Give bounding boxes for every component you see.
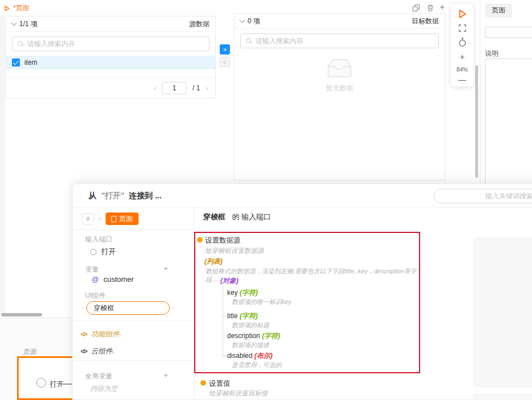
vertical-scrollbar[interactable] [475, 65, 478, 178]
field-description: description [227, 332, 260, 340]
dialog-title: 从 "打开" 连接到 ... [89, 191, 162, 201]
dialog-title-prefix: 从 [89, 191, 97, 200]
page-number-input[interactable] [162, 82, 187, 94]
inspector-name-input[interactable] [485, 27, 532, 38]
run-icon[interactable] [458, 9, 467, 19]
flow-node-label: 打开 [50, 380, 64, 389]
field-desc: 数据项的描述 [232, 341, 269, 349]
zoom-out-icon[interactable]: — [458, 78, 466, 81]
code-icon: </> [81, 348, 87, 355]
target-tag: 目标数据 [412, 16, 439, 26]
child-type-object: (对象) [220, 276, 238, 286]
horizontal-scrollbar[interactable] [1, 313, 42, 316]
source-search[interactable] [12, 36, 210, 51]
empty-text: 暂无数据 [326, 84, 353, 93]
inspector-desc-label: 说明 [485, 49, 499, 59]
port-dot-icon [197, 237, 203, 243]
connect-dialog: 从 "打开" 连接到 ... # > 页面 输入端口 打开 变量 + @ cus… [72, 184, 532, 400]
page-next-icon[interactable]: › [206, 84, 208, 92]
chevron-down-icon[interactable] [240, 18, 245, 23]
field-key: key [227, 289, 238, 297]
field-name: disabled (布尔) [227, 351, 273, 361]
copy-icon[interactable] [412, 4, 420, 12]
heading-rest: 的 输入端口 [232, 213, 271, 221]
port-set-value-desc: 给穿梭框设置目标值 [209, 389, 268, 398]
source-count: 1/1 项 [19, 19, 37, 29]
flow-canvas-label: 页面 [23, 347, 36, 357]
sidebar-divider [73, 320, 194, 321]
dialog-content: 穿梭框 的 输入端口 设置数据源 给穿梭框设置数据源 (列表) 数组格式的数据源… [194, 207, 532, 400]
breadcrumb-page-label: 页面 [119, 214, 133, 224]
sidebar-item-function-components[interactable]: </> 功能组件. [81, 330, 122, 339]
document-icon [111, 216, 116, 222]
source-tag: 源数据 [189, 19, 210, 29]
trash-icon[interactable] [426, 4, 434, 12]
add-node-icon[interactable]: + [439, 2, 445, 13]
tree-vertical-line [223, 286, 223, 357]
field-disabled: disabled [227, 352, 253, 360]
port-set-value[interactable]: 设置值 [209, 379, 231, 389]
code-icon: </> [81, 331, 87, 338]
move-to-source-button[interactable]: < [220, 57, 230, 67]
move-to-target-button[interactable]: > [220, 44, 230, 55]
fullscreen-icon[interactable] [458, 24, 467, 32]
field-title: title [227, 312, 238, 320]
sidebar-item-open-port[interactable]: 打开 [90, 247, 116, 257]
variables-label: 变量 [85, 265, 99, 274]
play-icon [3, 5, 10, 12]
transfer-source-panel: 1/1 项 源数据 item ‹ / 1 › [6, 16, 216, 98]
page-total: / 1 [192, 84, 200, 92]
page-tab-label: *页面 [13, 3, 30, 13]
target-search-input[interactable] [255, 37, 434, 45]
mouse-icon[interactable] [458, 38, 467, 47]
breadcrumb-root[interactable]: # [82, 213, 94, 224]
search-icon [17, 40, 24, 47]
selected-ui-component[interactable]: 穿梭框 [86, 301, 170, 315]
sidebar-item-cloud-components[interactable]: </> 云组件. [81, 347, 114, 356]
dialog-title-quoted: "打开" [101, 191, 124, 200]
field-title-type: (字符) [240, 312, 258, 320]
port-set-datasource[interactable]: 设置数据源 给穿梭框设置数据源 (列表) 数组格式的数据源，渲染到左侧,需要包含… [194, 232, 420, 373]
empty-inbox-icon [326, 59, 353, 78]
zoom-in-icon[interactable]: + [460, 52, 464, 61]
dialog-keyword-search-input[interactable] [434, 189, 532, 203]
field-name: key (字符) [227, 288, 258, 298]
flow-port-circle[interactable] [36, 378, 46, 388]
source-pagination: ‹ / 1 › [6, 77, 215, 98]
chevron-down-icon[interactable] [11, 20, 17, 26]
target-search[interactable] [240, 34, 439, 48]
dialog-title-suffix: 连接到 ... [129, 191, 162, 200]
sidebar-item-customer[interactable]: @ customer [91, 275, 134, 284]
field-desc: 数据项的唯一标识key [232, 298, 291, 306]
cloud-components-label: 云组件. [91, 347, 114, 356]
target-panel-header: 0 项 目标数据 [234, 14, 445, 29]
ui-components-label: UI组件 [85, 291, 106, 301]
page-prev-icon[interactable]: ‹ [153, 84, 156, 92]
transfer-target-panel: 0 项 目标数据 暂无数据 [234, 13, 445, 181]
at-icon: @ [91, 275, 99, 284]
page-tab[interactable]: *页面 [3, 3, 30, 13]
dialog-sidebar: # > 页面 输入端口 打开 变量 + @ customer UI组件 穿梭框 … [73, 207, 194, 400]
add-global-variable-button[interactable]: + [161, 371, 170, 380]
port-circle-icon [90, 249, 97, 255]
field-name: description (字符) [227, 331, 280, 341]
tree-elbow-line [211, 274, 219, 281]
source-search-input[interactable] [27, 40, 204, 48]
source-item-row[interactable]: item [6, 56, 215, 69]
function-components-label: 功能组件. [91, 330, 121, 339]
clipped-port-card [473, 393, 532, 400]
port-name: 设置数据源 [205, 236, 241, 245]
field-key-type: (字符) [240, 289, 258, 297]
field-desc: 是否禁用，可选的 [232, 361, 282, 369]
add-variable-button[interactable]: + [161, 264, 170, 273]
target-count: 0 项 [248, 16, 260, 26]
port-dot-icon [200, 380, 206, 386]
checkbox-checked-icon[interactable] [12, 59, 20, 66]
open-port-label: 打开 [101, 247, 116, 257]
inspector-chip[interactable]: 页面 [485, 3, 512, 18]
breadcrumb-separator-icon: > [98, 216, 102, 222]
sidebar-divider [73, 360, 194, 361]
port-desc: 给穿梭框设置数据源 [205, 247, 264, 255]
breadcrumb-page-chip[interactable]: 页面 [106, 213, 139, 225]
canvas-left-gutter [0, 16, 5, 314]
